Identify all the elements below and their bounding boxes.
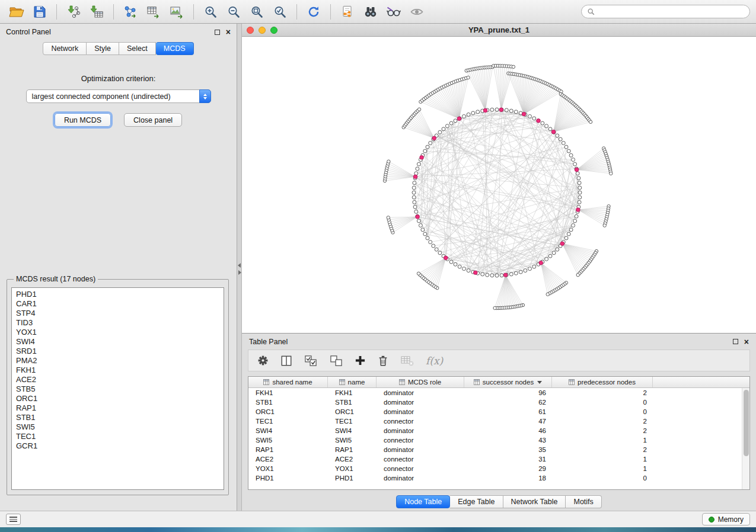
table-row[interactable]: ORC1ORC1dominator610 (248, 407, 742, 416)
column-header-predecessor-nodes[interactable]: predecessor nodes (552, 377, 653, 387)
mcds-result-item[interactable]: TEC1 (16, 432, 219, 441)
close-panel-x-button[interactable]: × (226, 28, 231, 36)
table-row[interactable]: FKH1FKH1dominator962 (248, 388, 742, 398)
search-input[interactable] (599, 8, 744, 16)
tab-network[interactable]: Network (43, 42, 87, 55)
glasses-view-button[interactable] (383, 3, 404, 21)
close-table-panel-button[interactable]: × (744, 338, 749, 346)
zoom-selected-button[interactable] (269, 3, 291, 21)
table-cell: 31 (464, 456, 552, 463)
mcds-result-item[interactable]: PHD1 (16, 290, 219, 299)
find-button[interactable] (360, 3, 381, 21)
table-row[interactable]: SWI4SWI4dominator462 (248, 426, 742, 435)
table-settings-button[interactable] (257, 352, 269, 369)
mcds-result-item[interactable]: PMA2 (16, 356, 219, 366)
export-network-button[interactable] (120, 3, 141, 21)
mcds-result-item[interactable]: FKH1 (16, 366, 219, 375)
refresh-view-button[interactable] (303, 3, 324, 21)
table-cell: connector (377, 456, 464, 463)
export-image-button[interactable] (166, 3, 187, 21)
close-window-button[interactable] (247, 27, 254, 34)
table-row[interactable]: STB1STB1dominator620 (248, 398, 742, 407)
tab-mcds[interactable]: MCDS (156, 42, 194, 55)
show-details-button[interactable] (406, 3, 428, 21)
tab-motifs[interactable]: Motifs (566, 495, 601, 508)
mcds-result-item[interactable]: STP4 (16, 309, 219, 318)
mcds-result-item[interactable]: GCR1 (16, 441, 219, 451)
select-all-button[interactable] (304, 352, 318, 369)
panel-splitter[interactable] (237, 24, 242, 511)
table-row[interactable]: SWI5SWI5connector431 (248, 435, 742, 445)
tab-network-table[interactable]: Network Table (503, 495, 566, 508)
mcds-result-item[interactable]: SWI5 (16, 422, 219, 432)
delete-table-button[interactable] (400, 352, 414, 369)
mcds-result-item[interactable]: SWI4 (16, 337, 219, 347)
table-row[interactable]: TEC1TEC1connector472 (248, 416, 742, 426)
table-cell: 2 (552, 389, 653, 396)
network-graph[interactable] (242, 37, 756, 332)
table-cell: connector (377, 437, 464, 444)
column-header-shared-name[interactable]: shared name (248, 377, 328, 387)
table-row[interactable]: YOX1YOX1connector291 (248, 464, 742, 473)
table-scrollbar[interactable] (742, 388, 749, 489)
memory-button[interactable]: Memory (702, 513, 750, 525)
mcds-result-item[interactable]: RAP1 (16, 403, 219, 413)
mcds-result-item[interactable]: STB1 (16, 413, 219, 422)
memory-status-icon (709, 517, 714, 523)
dropdown-stepper-icon (199, 89, 211, 103)
open-session-button[interactable] (6, 3, 27, 21)
criterion-dropdown[interactable]: largest connected component (undirected) (26, 89, 211, 103)
tab-select[interactable]: Select (119, 42, 156, 55)
gear-icon (257, 354, 269, 367)
column-header-mcds-role[interactable]: MCDS role (377, 377, 464, 387)
table-cell: connector (377, 465, 464, 472)
run-mcds-button[interactable]: Run MCDS (55, 113, 111, 127)
float-table-panel-button[interactable] (733, 339, 738, 344)
table-row[interactable]: PHD1PHD1dominator180 (248, 473, 742, 483)
status-menu-button[interactable] (6, 514, 21, 525)
table-cell: 47 (464, 418, 552, 425)
zoom-in-button[interactable] (200, 3, 221, 21)
show-columns-button[interactable] (280, 352, 292, 369)
deselect-all-button[interactable] (329, 352, 343, 369)
mcds-result-item[interactable]: ACE2 (16, 375, 219, 384)
column-header-successor-nodes[interactable]: successor nodes (464, 377, 552, 387)
table-row[interactable]: RAP1RAP1dominator352 (248, 445, 742, 454)
mcds-result-item[interactable]: STB5 (16, 384, 219, 394)
mcds-result-item[interactable]: CAR1 (16, 299, 219, 309)
scrollbar-thumb[interactable] (744, 390, 749, 456)
table-row[interactable]: ACE2ACE2connector311 (248, 454, 742, 464)
import-network-button[interactable] (63, 3, 84, 21)
close-panel-button[interactable]: Close panel (124, 113, 182, 127)
mcds-result-item[interactable]: SRD1 (16, 347, 219, 356)
function-builder-button[interactable]: f(x) (426, 352, 443, 369)
import-table-button[interactable] (86, 3, 107, 21)
mcds-result-item[interactable]: TID3 (16, 318, 219, 328)
minimize-window-button[interactable] (259, 27, 266, 34)
node-table: shared namenameMCDS rolesuccessor nodesp… (248, 376, 750, 490)
mcds-result-item[interactable]: YOX1 (16, 328, 219, 337)
binoculars-icon (363, 5, 378, 19)
table-cell: FKH1 (328, 389, 377, 396)
column-header-name[interactable]: name (328, 377, 377, 387)
table-cell: STB1 (328, 399, 377, 406)
control-panel-title: Control Panel (6, 28, 51, 36)
export-table-button[interactable] (143, 3, 164, 21)
zoom-fit-button[interactable] (246, 3, 267, 21)
table-cell: 46 (464, 427, 552, 434)
delete-column-button[interactable] (377, 352, 389, 369)
zoom-out-button[interactable] (223, 3, 244, 21)
save-session-button[interactable] (29, 3, 50, 21)
table-cell: 61 (464, 408, 552, 415)
float-panel-button[interactable] (215, 30, 220, 35)
zoom-window-button[interactable] (270, 27, 277, 34)
glasses-icon (386, 5, 401, 19)
tab-node-table[interactable]: Node Table (396, 495, 450, 508)
share-document-button[interactable] (337, 3, 358, 21)
add-column-button[interactable] (355, 352, 366, 369)
tab-style[interactable]: Style (87, 42, 119, 55)
table-cell: YOX1 (248, 465, 328, 472)
mcds-result-item[interactable]: ORC1 (16, 394, 219, 403)
tab-edge-table[interactable]: Edge Table (450, 495, 503, 508)
network-window-titlebar: YPA_prune.txt_1 (242, 24, 756, 37)
